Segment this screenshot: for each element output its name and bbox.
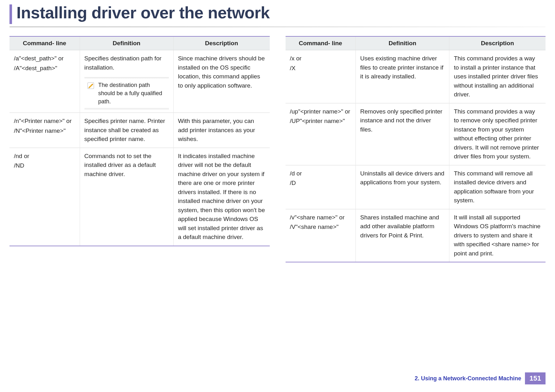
table-header-row: Command- line Definition Description [9, 36, 270, 50]
col-header-command: Command- line [286, 36, 356, 50]
table-row: /v"<share name>" or /V"<share name>" Sha… [286, 209, 546, 262]
table-row: /x or /X Uses existing machine driver fi… [286, 50, 546, 103]
table-row: /nd or /ND Commands not to set the insta… [9, 148, 270, 246]
note-box: The destination path should be a fully q… [84, 78, 169, 109]
command-text: /up"<printer name>" or [290, 107, 351, 116]
description-cell: This command will remove all installed d… [449, 165, 546, 209]
command-text: /d or [290, 169, 351, 178]
page-number: 151 [525, 372, 546, 384]
definition-text: Specifies destination path for installat… [84, 55, 162, 71]
description-cell: This command provides a way to install a… [449, 50, 546, 103]
description-cell: It will install all supported Windows OS… [449, 209, 546, 262]
command-text: /v"<share name>" or [290, 213, 351, 222]
command-cell: /v"<share name>" or /V"<share name>" [286, 209, 356, 262]
command-text: /N"<Printer name>" [14, 126, 75, 136]
table-row: /up"<printer name>" or /UP"<printer name… [286, 103, 546, 165]
command-text: /x or [290, 54, 351, 63]
table-row: /d or /D Uninstalls all device drivers a… [286, 165, 546, 209]
col-header-definition: Definition [356, 36, 449, 50]
description-cell: It indicates installed machine driver wi… [173, 148, 269, 246]
command-cell: /nd or /ND [9, 148, 80, 246]
content-columns: Command- line Definition Description /a"… [9, 36, 546, 262]
command-text: /n"<Printer name>" or [14, 117, 75, 126]
description-cell: Since machine drivers should be installe… [173, 50, 269, 113]
col-header-definition: Definition [80, 36, 173, 50]
header-accent-bar [9, 4, 12, 24]
definition-cell: Specifies destination path for installat… [80, 50, 173, 113]
definition-cell: Commands not to set the installed driver… [80, 148, 173, 246]
table-row: /a"<dest_path>" or /A"<dest_path>" Speci… [9, 50, 270, 113]
page-header: Installing driver over the network [9, 0, 546, 24]
command-text: /A"<dest_path>" [14, 64, 75, 73]
definition-cell: Uninstalls all device drivers and applic… [356, 165, 449, 209]
command-text: /V"<share name>" [290, 223, 351, 232]
command-cell: /x or /X [286, 50, 356, 103]
command-text: /D [290, 179, 351, 188]
definition-cell: Uses existing machine driver files to cr… [356, 50, 449, 103]
page-title: Installing driver over the network [16, 3, 270, 22]
command-text: /X [290, 64, 351, 73]
command-text: /UP"<printer name>" [290, 117, 351, 126]
col-header-command: Command- line [9, 36, 80, 50]
page-footer: 2. Using a Network-Connected Machine 151 [415, 372, 546, 384]
description-cell: With this parameter, you can add printer… [173, 113, 269, 148]
command-text: /ND [14, 161, 75, 170]
command-text: /a"<dest_path>" or [14, 54, 75, 63]
command-cell: /a"<dest_path>" or /A"<dest_path>" [9, 50, 80, 113]
table-header-row: Command- line Definition Description [286, 36, 546, 50]
col-header-description: Description [173, 36, 269, 50]
definition-cell: Shares installed machine and add other a… [356, 209, 449, 262]
command-table-right: Command- line Definition Description /x … [286, 36, 546, 262]
command-text: /nd or [14, 152, 75, 161]
right-column: Command- line Definition Description /x … [286, 36, 546, 262]
definition-cell: Removes only specified printer instance … [356, 103, 449, 165]
header-divider [9, 27, 546, 27]
footer-section-text: 2. Using a Network-Connected Machine [415, 375, 521, 382]
command-cell: /n"<Printer name>" or /N"<Printer name>" [9, 113, 80, 148]
left-column: Command- line Definition Description /a"… [9, 36, 270, 262]
command-cell: /up"<printer name>" or /UP"<printer name… [286, 103, 356, 165]
description-cell: This command provides a way to remove on… [449, 103, 546, 165]
col-header-description: Description [449, 36, 546, 50]
command-table-left: Command- line Definition Description /a"… [9, 36, 270, 246]
definition-cell: Specifies printer name. Printer instance… [80, 113, 173, 148]
table-row: /n"<Printer name>" or /N"<Printer name>"… [9, 113, 270, 148]
note-text: The destination path should be a fully q… [98, 81, 165, 106]
pencil-note-icon [87, 82, 95, 90]
command-cell: /d or /D [286, 165, 356, 209]
